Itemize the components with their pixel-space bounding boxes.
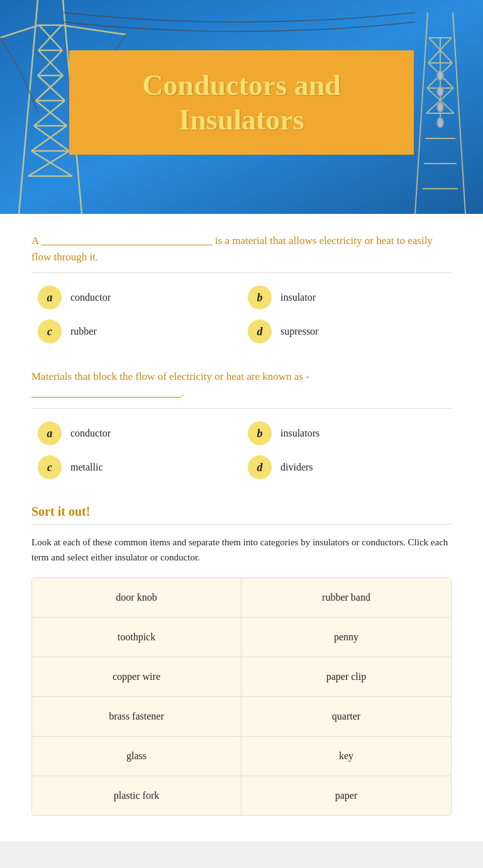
option-1d[interactable]: d supressor — [248, 320, 445, 343]
question-1-text: A ________________________________ is a … — [31, 233, 452, 265]
badge-2c: c — [38, 455, 62, 479]
sort-section: Sort it out! Look at each of these commo… — [31, 504, 452, 816]
question-2-divider — [31, 408, 452, 409]
question-1: A ________________________________ is a … — [31, 233, 452, 343]
sort-title: Sort it out! — [31, 504, 452, 519]
sort-cell-toothpick[interactable]: toothpick — [32, 618, 242, 657]
svg-point-42 — [437, 102, 443, 112]
label-1a: conductor — [70, 292, 111, 303]
option-2c[interactable]: c metallic — [38, 455, 235, 479]
sort-cell-copper-wire[interactable]: copper wire — [32, 657, 242, 696]
option-1b[interactable]: b insulator — [248, 286, 445, 309]
svg-point-41 — [437, 86, 443, 96]
option-2d[interactable]: d dividers — [248, 455, 445, 479]
label-2b: insulators — [280, 428, 319, 439]
header: Conductors and Insulators — [0, 0, 483, 214]
label-2a: conductor — [70, 428, 111, 439]
badge-1c: c — [38, 320, 62, 343]
option-2a[interactable]: a conductor — [38, 421, 235, 445]
question-2-options: a conductor b insulators c metallic d di… — [31, 421, 452, 479]
badge-1d: d — [248, 320, 272, 343]
page-title: Conductors and Insulators — [88, 68, 395, 137]
content-area: A ________________________________ is a … — [0, 214, 483, 841]
sort-row: glass key — [32, 737, 451, 776]
badge-2d: d — [248, 455, 272, 479]
sort-cell-key[interactable]: key — [242, 737, 451, 776]
sort-cell-brass-fastener[interactable]: brass fastener — [32, 697, 242, 736]
option-1a[interactable]: a conductor — [38, 286, 235, 309]
sort-cell-penny[interactable]: penny — [242, 618, 451, 657]
label-2d: dividers — [280, 462, 313, 473]
svg-point-43 — [437, 118, 443, 128]
sort-cell-door-knob[interactable]: door knob — [32, 578, 242, 617]
sort-grid: door knob rubber band toothpick penny co… — [31, 577, 452, 816]
label-1b: insulator — [280, 292, 316, 303]
option-1c[interactable]: c rubber — [38, 320, 235, 343]
badge-1b: b — [248, 286, 272, 309]
badge-1a: a — [38, 286, 62, 309]
sort-row: plastic fork paper — [32, 776, 451, 815]
question-1-divider — [31, 272, 452, 273]
sort-cell-paper[interactable]: paper — [242, 776, 451, 815]
sort-row: toothpick penny — [32, 618, 451, 657]
sort-divider — [31, 524, 452, 525]
sort-cell-glass[interactable]: glass — [32, 737, 242, 776]
label-1c: rubber — [70, 326, 97, 337]
sort-row: brass fastener quarter — [32, 697, 451, 737]
question-2-text: Materials that block the flow of electri… — [31, 369, 452, 401]
sort-row: copper wire paper clip — [32, 657, 451, 697]
badge-2b: b — [248, 421, 272, 445]
sort-row: door knob rubber band — [32, 578, 451, 618]
badge-2a: a — [38, 421, 62, 445]
question-2: Materials that block the flow of electri… — [31, 369, 452, 479]
label-2c: metallic — [70, 462, 103, 473]
sort-cell-rubber-band[interactable]: rubber band — [242, 578, 451, 617]
question-1-options: a conductor b insulator c rubber d supre… — [31, 286, 452, 343]
label-1d: supressor — [280, 326, 318, 337]
svg-point-40 — [437, 70, 443, 81]
sort-cell-quarter[interactable]: quarter — [242, 697, 451, 736]
option-2b[interactable]: b insulators — [248, 421, 445, 445]
sort-cell-paper-clip[interactable]: paper clip — [242, 657, 451, 696]
sort-description: Look at each of these common items and s… — [31, 535, 452, 565]
title-box: Conductors and Insulators — [69, 50, 414, 155]
sort-cell-plastic-fork[interactable]: plastic fork — [32, 776, 242, 815]
